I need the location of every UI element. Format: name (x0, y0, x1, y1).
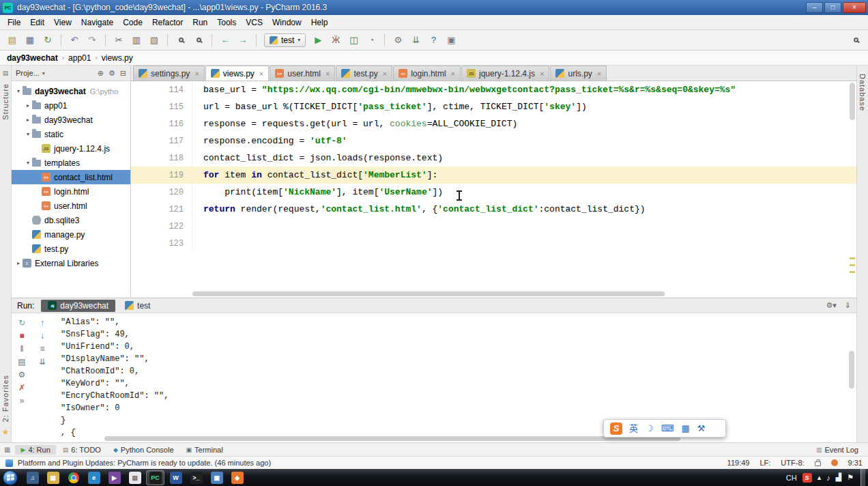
structure-toolwindow-tab[interactable]: Structure (1, 83, 10, 120)
title-bar[interactable]: PC day93wechat - [G:\python_code\day93we… (0, 0, 868, 15)
chevron-right-icon[interactable]: ▸ (24, 117, 32, 123)
code-line[interactable]: 121return render(request,'contact_list.h… (131, 201, 856, 218)
close-icon[interactable]: ✗ (18, 384, 25, 392)
update-notification-icon[interactable] (5, 459, 13, 467)
down-stack-trace-icon[interactable]: ↓ (40, 332, 44, 340)
scrollbar-thumb[interactable] (850, 83, 855, 120)
pause-output-icon[interactable]: ‖ (20, 345, 24, 353)
breadcrumb-item-app01[interactable]: app01 (68, 53, 91, 63)
tab-login-html[interactable]: <>login.html× (393, 66, 461, 81)
menu-item-help[interactable]: Help (306, 16, 333, 29)
debug-icon[interactable]: Ӝ (328, 33, 344, 48)
settings-icon[interactable]: ⚙ (108, 69, 115, 78)
database-toolwindow-tab[interactable]: Database (858, 74, 867, 111)
code-line[interactable]: 122 (131, 218, 856, 235)
close-icon[interactable]: × (259, 70, 263, 78)
tray-sogou-icon[interactable]: S (802, 473, 812, 483)
toolwindow-python-console[interactable]: ◆Python Console (108, 445, 179, 455)
toolwindow-terminal[interactable]: ▣Terminal (181, 445, 229, 455)
tree-item-jquery-1-12-4-js[interactable]: JSjquery-1.12.4.js (12, 141, 130, 156)
taskbar-app-pycharm[interactable]: PC (146, 470, 164, 485)
tree-item-day93wechat[interactable]: ▾day93wechatG:\pytho (12, 84, 130, 98)
status-message[interactable]: Platform and Plugin Updates: PyCharm is … (18, 459, 271, 467)
taskbar-app-qq[interactable]: ◆ (228, 470, 246, 485)
paste-icon[interactable]: ▧ (146, 33, 162, 48)
chevron-right-icon[interactable]: ▸ (24, 102, 32, 109)
menu-item-edit[interactable]: Edit (25, 16, 49, 29)
maximize-button[interactable]: □ (824, 2, 841, 13)
scroll-from-source-icon[interactable]: ⊕ (98, 69, 104, 78)
chevron-down-icon[interactable]: ▾ (24, 131, 32, 137)
editor[interactable]: 114base_url = "https://wx.qq.com/cgi-bin… (131, 81, 856, 298)
toolwindow-todo[interactable]: ▤6: TODO (57, 445, 106, 455)
tree-item-app01[interactable]: ▸app01 (12, 98, 130, 113)
project-toolwindow-icon[interactable]: ▤ (3, 70, 9, 76)
tray-action-center-icon[interactable]: ⚑ (847, 473, 854, 482)
back-icon[interactable]: ← (217, 33, 233, 48)
sogou-ime-toolbar[interactable]: S 英☽⌨▦⚒ (603, 419, 726, 438)
profiler-icon[interactable]: ◔ (363, 33, 379, 48)
tree-item-test-py[interactable]: test.py (12, 242, 130, 256)
menu-item-navigate[interactable]: Navigate (76, 16, 118, 29)
chevron-down-icon[interactable]: ▾ (42, 70, 45, 76)
ime-toolbox-icon[interactable]: ⚒ (697, 424, 706, 433)
tree-item-user-html[interactable]: <>user.html (12, 199, 130, 213)
memory-indicator[interactable]: 9:31 (848, 459, 863, 467)
tab-views-py[interactable]: views.py× (205, 66, 269, 81)
tree-item-contact-list-html[interactable]: <>contact_list.html (12, 170, 130, 184)
taskbar-app-ie[interactable]: e (85, 470, 103, 485)
tree-item-static[interactable]: ▾static (12, 127, 130, 141)
close-icon[interactable]: × (451, 70, 455, 78)
taskbar-app-word[interactable]: W (167, 470, 185, 485)
close-button[interactable]: × (843, 2, 866, 13)
tab-test-py[interactable]: test.py× (336, 66, 392, 81)
show-desktop-button[interactable] (860, 469, 865, 486)
toolwindow-run[interactable]: ▶4: Run (15, 445, 55, 455)
toolwindow-event-log[interactable]: ▥Event Log (811, 445, 864, 455)
close-icon[interactable]: × (194, 70, 199, 78)
menu-item-run[interactable]: Run (188, 16, 212, 29)
tab-urls-py[interactable]: urls.py× (550, 66, 607, 81)
copy-icon[interactable]: ▥ (128, 33, 145, 48)
tree-item-db-sqlite3[interactable]: db.sqlite3 (12, 213, 130, 227)
taskbar-app-player[interactable]: ▶ (105, 470, 124, 485)
inspection-mark[interactable] (850, 257, 855, 259)
close-icon[interactable]: × (540, 70, 544, 78)
stop-icon[interactable]: ■ (19, 332, 24, 340)
scrollbar-thumb[interactable] (104, 436, 680, 441)
search-everywhere-icon[interactable] (848, 33, 864, 48)
find-icon[interactable] (173, 33, 189, 48)
start-button[interactable] (3, 470, 18, 485)
rerun-icon[interactable]: ↻ (18, 319, 25, 327)
replace-icon[interactable] (190, 33, 207, 48)
minimize-button[interactable]: – (806, 2, 823, 13)
project-panel-header[interactable]: Proje... ▾ ⊕⚙⊟ (12, 66, 130, 81)
tab-user-html[interactable]: <>user.html× (270, 66, 335, 81)
caret-position-indicator[interactable]: 119:49 (727, 459, 750, 467)
ime-keyboard-icon[interactable]: ⌨ (661, 424, 674, 433)
tree-item-login-html[interactable]: <>login.html (12, 184, 130, 199)
console-vertical-scrollbar[interactable] (849, 351, 854, 388)
tree-item-manage-py[interactable]: manage.py (12, 227, 130, 242)
tab-jquery-1-12-4-js[interactable]: JSjquery-1.12.4.js× (461, 66, 549, 81)
tab-settings-py[interactable]: settings.py× (133, 66, 205, 81)
collapse-all-icon[interactable]: ⊟ (120, 69, 126, 78)
soft-wrap-icon[interactable]: ≡ (40, 345, 44, 353)
inspection-profile-icon[interactable] (831, 459, 838, 466)
chevron-down-icon[interactable]: ▾ (14, 88, 23, 94)
scrollbar-thumb[interactable] (192, 291, 665, 296)
menu-item-code[interactable]: Code (118, 16, 147, 29)
tree-item-day93wechat[interactable]: ▸day93wechat (12, 113, 130, 127)
menu-item-vcs[interactable]: VCS (241, 16, 267, 29)
close-icon[interactable]: × (597, 70, 601, 78)
breadcrumb-item-views-py[interactable]: views.py (102, 53, 133, 63)
tray-network-icon[interactable]: ▟ (836, 473, 841, 482)
tray-volume-icon[interactable]: ♪ (826, 474, 830, 482)
run-icon[interactable]: ▶ (310, 33, 326, 48)
manage-tasks-icon[interactable]: ⚙ (390, 33, 406, 48)
code-line[interactable]: 119for item in contact_list_dict['Member… (131, 167, 856, 184)
menu-item-tools[interactable]: Tools (212, 16, 241, 29)
undo-icon[interactable]: ↶ (66, 33, 83, 48)
tray-lang-indicator[interactable]: CH (786, 474, 797, 482)
taskbar-app-explorer[interactable]: ▤ (44, 470, 62, 485)
